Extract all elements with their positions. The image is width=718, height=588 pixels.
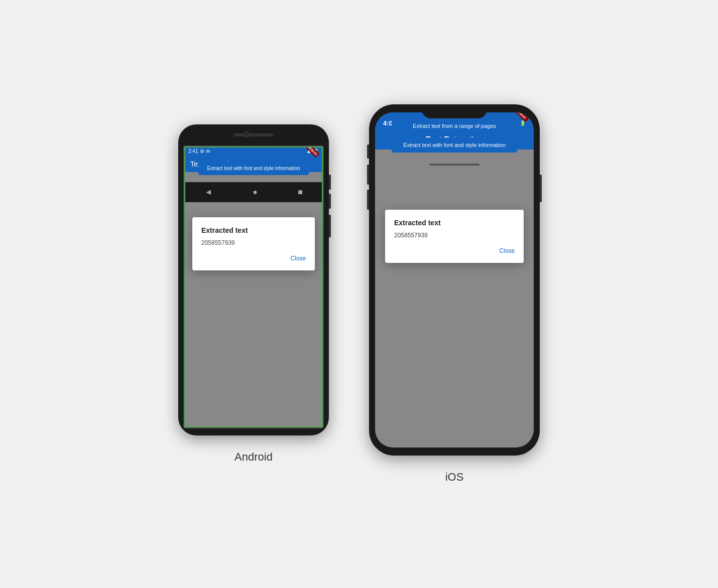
ios-content: Extracted text 2058557939 Close Extract … xyxy=(375,150,534,160)
android-status-bar: 2:41 ⚙ ✉ ▲ 🔋 DEBUG xyxy=(184,146,323,156)
android-recent-icon[interactable]: ■ xyxy=(298,188,303,197)
ios-dialog: Extracted text 2058557939 Close xyxy=(385,210,524,263)
ios-vol-up-button xyxy=(367,165,369,185)
android-camera xyxy=(244,131,250,137)
android-dialog-content: 2058557939 xyxy=(201,239,306,246)
android-power-button xyxy=(329,215,331,237)
android-label: Android xyxy=(234,451,273,464)
android-dialog: Extracted text 2058557939 Close xyxy=(192,217,315,270)
ios-dialog-title: Extracted text xyxy=(394,219,515,227)
ios-extract-range-button[interactable]: Extract text from a range of pages xyxy=(392,118,517,133)
android-dialog-close-area: Close xyxy=(201,253,306,265)
android-screen: 2:41 ⚙ ✉ ▲ 🔋 DEBUG Text Extraction Extra… xyxy=(183,145,324,428)
ios-notch xyxy=(422,104,487,118)
ios-extract-font-button[interactable]: Extract text with font and style informa… xyxy=(392,137,517,153)
android-home-icon[interactable]: ● xyxy=(253,188,258,197)
ios-close-button[interactable]: Close xyxy=(499,247,515,254)
android-device: 2:41 ⚙ ✉ ▲ 🔋 DEBUG Text Extraction Extra… xyxy=(178,124,329,435)
android-nav-bar: ◄ ● ■ xyxy=(184,182,323,202)
ios-bottom-buttons: Extract text from a range of pages Extra… xyxy=(392,118,517,153)
android-extract-font-button[interactable]: Extract text with font and style informa… xyxy=(198,162,309,175)
android-status-icons: ⚙ ✉ xyxy=(200,149,210,154)
ios-home-bar xyxy=(429,164,480,166)
ios-silent-button xyxy=(367,144,369,159)
android-content: Extracted text 2058557939 Close Extract … xyxy=(184,172,323,182)
ios-power-button xyxy=(540,175,542,202)
android-close-button[interactable]: Close xyxy=(290,255,306,262)
android-time: 2:41 xyxy=(188,149,198,154)
android-status-left: 2:41 ⚙ ✉ xyxy=(188,149,210,154)
ios-label: iOS xyxy=(445,471,464,484)
ios-dialog-content: 2058557939 xyxy=(394,232,515,239)
android-vol-down-button xyxy=(329,194,331,209)
ios-screen: 4:08 ••• ▶ 🔋 DEBUG Text Extraction Extra… xyxy=(375,112,534,448)
android-dialog-title: Extracted text xyxy=(201,226,306,234)
android-status-right: ▲ 🔋 DEBUG xyxy=(306,149,319,154)
ios-device: 4:08 ••• ▶ 🔋 DEBUG Text Extraction Extra… xyxy=(369,104,540,456)
ios-dialog-close-area: Close xyxy=(394,246,515,258)
android-phone-wrapper: 2:41 ⚙ ✉ ▲ 🔋 DEBUG Text Extraction Extra… xyxy=(178,124,329,464)
ios-home-indicator xyxy=(375,160,534,170)
android-vol-up-button xyxy=(329,175,331,190)
ios-phone-wrapper: 4:08 ••• ▶ 🔋 DEBUG Text Extraction Extra… xyxy=(369,104,540,484)
android-back-icon[interactable]: ◄ xyxy=(204,188,212,197)
ios-vol-down-button xyxy=(367,190,369,210)
